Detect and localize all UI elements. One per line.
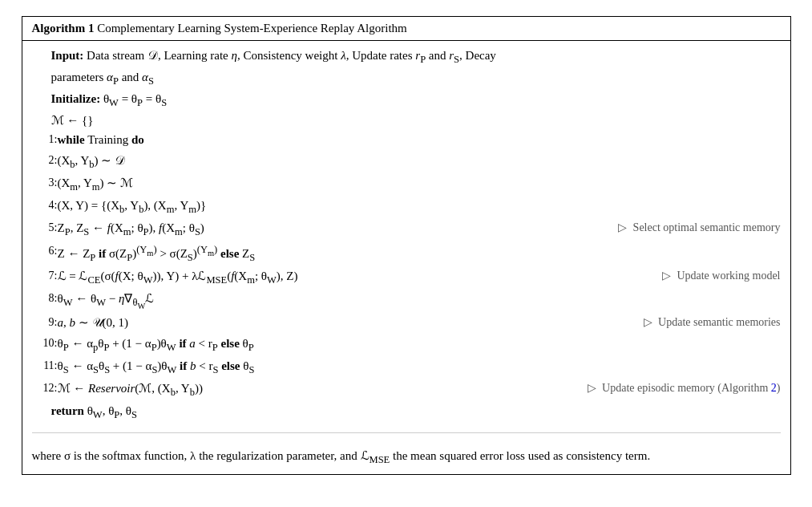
table-row: 7: ℒ = ℒCE(σ(f(X; θW)), Y) + λℒMSE(f(Xm;… [32,266,781,289]
algorithm-body: Input: Data stream 𝒟, Learning rate η, C… [22,41,790,432]
line-content: θP ← αpθP + (1 − αP)θW if a < rP else θP [58,334,445,356]
table-row: 6: Z ← ZP if σ(ZP)(Ym) > σ(ZS)(Ym) else … [32,241,781,266]
line-comment [445,241,781,266]
table-row: 12: ℳ ← Reservoir(ℳ, (Xb, Yb)) ▷ Update … [32,379,781,401]
line-comment [445,356,781,379]
table-row: 4: (X, Y) = {(Xb, Yb), (Xm, Ym)} [32,196,781,218]
line-number: 4: [32,196,58,218]
line-number: 12: [32,379,58,401]
line-content: ℳ ← Reservoir(ℳ, (Xb, Yb)) [58,379,445,401]
line-content: ZP, ZS ← f(Xm; θP), f(Xm; θS) [58,218,445,241]
algorithm-number: Algorithm 1 [32,22,95,34]
line-comment: ▷ Update working model [445,266,781,289]
memory-init: ℳ ← {} [51,114,94,127]
input-text: Data stream 𝒟, Learning rate η, Consiste… [87,49,496,62]
line-number: 10: [32,334,58,356]
line-number: 1: [32,130,58,151]
initialize-line: Initialize: θW = θP = θS [32,89,781,111]
line-content: a, b ∼ 𝒰(0, 1) [58,313,445,334]
algorithm-box: Algorithm 1 Complementary Learning Syste… [22,16,791,475]
table-row: 5: ZP, ZS ← f(Xm; θP), f(Xm; θS) ▷ Selec… [32,218,781,241]
line-content: (Xb, Yb) ∼ 𝒟 [58,151,445,173]
initialize-values: θW = θP = θS [103,92,167,105]
line-comment [445,334,781,356]
return-line: return θW, θP, θS [32,401,781,424]
line-number: 5: [32,218,58,241]
line-number: 8: [32,289,58,313]
memory-init-line: ℳ ← {} [32,111,781,130]
algorithm-title: Complementary Learning System-Experience… [94,22,406,34]
table-row: 2: (Xb, Yb) ∼ 𝒟 [32,151,781,173]
table-row: 11: θS ← αSθS + (1 − αS)θW if b < rS els… [32,356,781,379]
algorithm-lines-table: 1: while Training do 2: (Xb, Yb) ∼ 𝒟 3: … [32,130,781,401]
line-comment [445,196,781,218]
line-comment [445,289,781,313]
line-number: 11: [32,356,58,379]
line-number: 3: [32,173,58,196]
line-number: 6: [32,241,58,266]
table-row: 1: while Training do [32,130,781,151]
input-line: Input: Data stream 𝒟, Learning rate η, C… [32,46,781,67]
line-content: θS ← αSθS + (1 − αS)θW if b < rS else θS [58,356,445,379]
algorithm-header: Algorithm 1 Complementary Learning Syste… [22,17,790,41]
table-row: 9: a, b ∼ 𝒰(0, 1) ▷ Update semantic memo… [32,313,781,334]
line-content: θW ← θW − η∇θWℒ [58,289,445,313]
line-comment: ▷ Update semantic memories [445,313,781,334]
line-comment: ▷ Update episodic memory (Algorithm 2) [445,379,781,401]
input-line2: parameters αP and αS [32,67,781,89]
line-number: 7: [32,266,58,289]
footer-text: where σ is the softmax function, λ the r… [22,433,790,474]
line-content: (X, Y) = {(Xb, Yb), (Xm, Ym)} [58,196,445,218]
line-comment [445,151,781,173]
line-comment [445,173,781,196]
return-label: return [51,404,84,417]
line-content: (Xm, Ym) ∼ ℳ [58,173,445,196]
line-comment: ▷ Select optimal semantic memory [445,218,781,241]
initialize-label: Initialize: [51,92,101,105]
input-label: Input: [51,49,84,62]
line-content: ℒ = ℒCE(σ(f(X; θW)), Y) + λℒMSE(f(Xm; θW… [58,266,445,289]
line-number: 9: [32,313,58,334]
input-params: parameters αP and αS [51,71,154,83]
line-number: 2: [32,151,58,173]
line-content: while Training do [58,130,445,151]
return-values: θW, θP, θS [87,404,137,417]
table-row: 3: (Xm, Ym) ∼ ℳ [32,173,781,196]
line-content: Z ← ZP if σ(ZP)(Ym) > σ(ZS)(Ym) else ZS [58,241,445,266]
table-row: 8: θW ← θW − η∇θWℒ [32,289,781,313]
line-comment [445,130,781,151]
table-row: 10: θP ← αpθP + (1 − αP)θW if a < rP els… [32,334,781,356]
